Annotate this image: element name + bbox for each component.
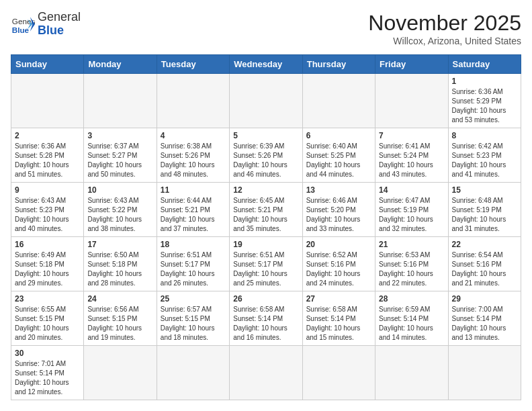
day-number: 5 xyxy=(233,131,298,140)
calendar-day-cell: 29Sunrise: 7:00 AMSunset: 5:14 PMDayligh… xyxy=(448,291,521,346)
calendar-week-row: 16Sunrise: 6:49 AMSunset: 5:18 PMDayligh… xyxy=(11,237,521,291)
day-info: Sunrise: 6:39 AMSunset: 5:26 PMDaylight:… xyxy=(233,142,298,179)
day-number: 29 xyxy=(452,294,517,304)
day-number: 26 xyxy=(233,294,298,304)
title-block: November 2025 Willcox, Arizona, United S… xyxy=(368,11,521,46)
calendar-day-cell: 25Sunrise: 6:57 AMSunset: 5:15 PMDayligh… xyxy=(157,291,229,346)
day-info: Sunrise: 6:44 AMSunset: 5:21 PMDaylight:… xyxy=(161,196,226,234)
day-info: Sunrise: 6:51 AMSunset: 5:17 PMDaylight:… xyxy=(161,250,226,288)
calendar-day-cell xyxy=(230,74,302,128)
day-number: 10 xyxy=(87,185,152,195)
day-info: Sunrise: 7:00 AMSunset: 5:14 PMDaylight:… xyxy=(452,305,517,342)
day-info: Sunrise: 6:59 AMSunset: 5:14 PMDaylight:… xyxy=(379,305,444,342)
day-number: 17 xyxy=(87,240,152,249)
day-info: Sunrise: 6:53 AMSunset: 5:16 PMDaylight:… xyxy=(379,250,444,288)
calendar-week-row: 23Sunrise: 6:55 AMSunset: 5:15 PMDayligh… xyxy=(11,291,521,346)
calendar-day-cell: 23Sunrise: 6:55 AMSunset: 5:15 PMDayligh… xyxy=(11,291,84,346)
day-number: 9 xyxy=(15,185,80,195)
day-info: Sunrise: 6:36 AMSunset: 5:29 PMDaylight:… xyxy=(452,87,517,125)
day-number: 15 xyxy=(452,185,517,195)
calendar-week-row: 1Sunrise: 6:36 AMSunset: 5:29 PMDaylight… xyxy=(11,74,521,128)
day-number: 3 xyxy=(87,131,152,140)
calendar-week-row: 2Sunrise: 6:36 AMSunset: 5:28 PMDaylight… xyxy=(11,128,521,183)
calendar-week-row: 9Sunrise: 6:43 AMSunset: 5:23 PMDaylight… xyxy=(11,183,521,237)
calendar-day-cell: 15Sunrise: 6:48 AMSunset: 5:19 PMDayligh… xyxy=(448,183,521,237)
calendar-day-cell: 12Sunrise: 6:45 AMSunset: 5:21 PMDayligh… xyxy=(230,183,302,237)
day-info: Sunrise: 6:37 AMSunset: 5:27 PMDaylight:… xyxy=(87,142,152,179)
day-number: 30 xyxy=(15,349,80,358)
day-number: 27 xyxy=(306,294,371,304)
weekday-header: Thursday xyxy=(302,55,375,74)
day-info: Sunrise: 6:42 AMSunset: 5:23 PMDaylight:… xyxy=(452,142,517,179)
calendar-day-cell: 19Sunrise: 6:51 AMSunset: 5:17 PMDayligh… xyxy=(230,237,302,291)
day-number: 25 xyxy=(161,294,226,304)
calendar-day-cell xyxy=(230,346,302,400)
calendar-day-cell: 2Sunrise: 6:36 AMSunset: 5:28 PMDaylight… xyxy=(11,128,84,183)
day-info: Sunrise: 6:47 AMSunset: 5:19 PMDaylight:… xyxy=(379,196,444,234)
weekday-header: Wednesday xyxy=(230,55,302,74)
weekday-header: Tuesday xyxy=(157,55,229,74)
calendar-day-cell xyxy=(157,346,229,400)
weekday-header: Sunday xyxy=(11,55,84,74)
day-number: 2 xyxy=(15,131,80,140)
day-info: Sunrise: 6:49 AMSunset: 5:18 PMDaylight:… xyxy=(15,250,80,288)
weekday-header: Monday xyxy=(84,55,157,74)
calendar-day-cell xyxy=(302,74,375,128)
day-info: Sunrise: 6:36 AMSunset: 5:28 PMDaylight:… xyxy=(15,142,80,179)
day-info: Sunrise: 6:48 AMSunset: 5:19 PMDaylight:… xyxy=(452,196,517,234)
calendar-subtitle: Willcox, Arizona, United States xyxy=(368,36,521,46)
day-number: 13 xyxy=(306,185,371,195)
calendar-day-cell xyxy=(11,74,84,128)
day-number: 16 xyxy=(15,240,80,249)
svg-text:Blue: Blue xyxy=(12,25,30,34)
calendar-day-cell: 6Sunrise: 6:40 AMSunset: 5:25 PMDaylight… xyxy=(302,128,375,183)
day-number: 22 xyxy=(452,240,517,249)
calendar-table: SundayMondayTuesdayWednesdayThursdayFrid… xyxy=(11,54,521,400)
calendar-day-cell: 28Sunrise: 6:59 AMSunset: 5:14 PMDayligh… xyxy=(375,291,448,346)
day-info: Sunrise: 6:43 AMSunset: 5:22 PMDaylight:… xyxy=(87,196,152,234)
calendar-day-cell: 24Sunrise: 6:56 AMSunset: 5:15 PMDayligh… xyxy=(84,291,157,346)
day-number: 19 xyxy=(233,240,298,249)
day-info: Sunrise: 6:57 AMSunset: 5:15 PMDaylight:… xyxy=(161,305,226,342)
day-number: 21 xyxy=(379,240,444,249)
calendar-day-cell: 13Sunrise: 6:46 AMSunset: 5:20 PMDayligh… xyxy=(302,183,375,237)
day-info: Sunrise: 6:50 AMSunset: 5:18 PMDaylight:… xyxy=(87,250,152,288)
day-number: 11 xyxy=(161,185,226,195)
day-info: Sunrise: 6:43 AMSunset: 5:23 PMDaylight:… xyxy=(15,196,80,234)
calendar-week-row: 30Sunrise: 7:01 AMSunset: 5:14 PMDayligh… xyxy=(11,346,521,400)
day-number: 24 xyxy=(87,294,152,304)
calendar-day-cell: 10Sunrise: 6:43 AMSunset: 5:22 PMDayligh… xyxy=(84,183,157,237)
day-info: Sunrise: 6:46 AMSunset: 5:20 PMDaylight:… xyxy=(306,196,371,234)
calendar-day-cell: 20Sunrise: 6:52 AMSunset: 5:16 PMDayligh… xyxy=(302,237,375,291)
day-number: 23 xyxy=(15,294,80,304)
calendar-day-cell: 26Sunrise: 6:58 AMSunset: 5:14 PMDayligh… xyxy=(230,291,302,346)
calendar-day-cell: 9Sunrise: 6:43 AMSunset: 5:23 PMDaylight… xyxy=(11,183,84,237)
day-info: Sunrise: 7:01 AMSunset: 5:14 PMDaylight:… xyxy=(15,359,80,397)
calendar-day-cell: 1Sunrise: 6:36 AMSunset: 5:29 PMDaylight… xyxy=(448,74,521,128)
day-number: 28 xyxy=(379,294,444,304)
day-info: Sunrise: 6:52 AMSunset: 5:16 PMDaylight:… xyxy=(306,250,371,288)
logo-icon: General Blue xyxy=(11,12,35,36)
calendar-day-cell: 27Sunrise: 6:58 AMSunset: 5:14 PMDayligh… xyxy=(302,291,375,346)
day-number: 18 xyxy=(161,240,226,249)
logo-text: General Blue xyxy=(38,11,81,38)
day-info: Sunrise: 6:51 AMSunset: 5:17 PMDaylight:… xyxy=(233,250,298,288)
calendar-day-cell xyxy=(84,74,157,128)
day-number: 12 xyxy=(233,185,298,195)
day-info: Sunrise: 6:54 AMSunset: 5:16 PMDaylight:… xyxy=(452,250,517,288)
day-info: Sunrise: 6:41 AMSunset: 5:24 PMDaylight:… xyxy=(379,142,444,179)
day-info: Sunrise: 6:45 AMSunset: 5:21 PMDaylight:… xyxy=(233,196,298,234)
page-header: General Blue General Blue November 2025 … xyxy=(11,11,521,46)
weekday-header: Saturday xyxy=(448,55,521,74)
calendar-day-cell: 18Sunrise: 6:51 AMSunset: 5:17 PMDayligh… xyxy=(157,237,229,291)
weekday-header: Friday xyxy=(375,55,448,74)
calendar-day-cell: 22Sunrise: 6:54 AMSunset: 5:16 PMDayligh… xyxy=(448,237,521,291)
day-info: Sunrise: 6:55 AMSunset: 5:15 PMDaylight:… xyxy=(15,305,80,342)
day-info: Sunrise: 6:38 AMSunset: 5:26 PMDaylight:… xyxy=(161,142,226,179)
day-number: 4 xyxy=(161,131,226,140)
calendar-day-cell xyxy=(375,346,448,400)
calendar-day-cell xyxy=(157,74,229,128)
calendar-day-cell: 3Sunrise: 6:37 AMSunset: 5:27 PMDaylight… xyxy=(84,128,157,183)
day-info: Sunrise: 6:58 AMSunset: 5:14 PMDaylight:… xyxy=(306,305,371,342)
calendar-day-cell: 16Sunrise: 6:49 AMSunset: 5:18 PMDayligh… xyxy=(11,237,84,291)
